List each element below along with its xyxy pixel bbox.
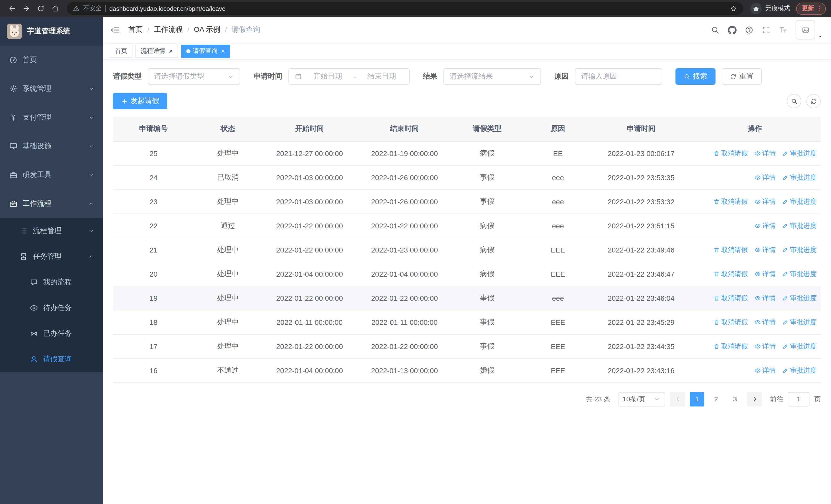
active-tab-dot <box>186 49 190 53</box>
sidebar-item-7[interactable]: 流程管理 <box>0 218 103 244</box>
progress-link[interactable]: 审批进度 <box>782 173 816 182</box>
detail-link[interactable]: 详情 <box>754 173 776 182</box>
progress-link-label: 审批进度 <box>790 293 816 302</box>
eye-icon <box>754 174 761 180</box>
progress-link[interactable]: 审批进度 <box>782 197 816 206</box>
cell-applied: 2022-01-22 23:53:35 <box>593 165 689 189</box>
detail-link[interactable]: 详情 <box>754 197 776 206</box>
cancel-link[interactable]: 取消请假 <box>713 269 748 278</box>
detail-link[interactable]: 详情 <box>754 293 776 302</box>
progress-link[interactable]: 审批进度 <box>782 366 816 375</box>
cancel-link[interactable]: 取消请假 <box>713 245 748 254</box>
tab-active[interactable]: 请假查询× <box>181 45 230 58</box>
cancel-link[interactable]: 取消请假 <box>713 149 748 158</box>
reason-input[interactable]: 请输入原因 <box>575 68 662 85</box>
fullscreen-icon[interactable] <box>762 25 770 34</box>
filter-form: 请假类型 请选择请假类型 申请时间 开始日期 - 结束日期 <box>113 68 821 85</box>
progress-link[interactable]: 审批进度 <box>782 221 816 230</box>
progress-link[interactable]: 审批进度 <box>782 245 816 254</box>
browser-back-button[interactable] <box>5 2 19 15</box>
sidebar-item-12[interactable]: 请假查询 <box>0 347 103 372</box>
page-1-button[interactable]: 1 <box>690 392 704 406</box>
sidebar-item-5[interactable]: 研发工具 <box>0 161 103 189</box>
bookmark-star-icon[interactable] <box>730 5 737 12</box>
progress-link[interactable]: 审批进度 <box>782 318 816 327</box>
detail-link-label: 详情 <box>762 318 776 327</box>
progress-link-label: 审批进度 <box>790 173 816 182</box>
help-icon[interactable] <box>745 25 753 34</box>
header-search-icon[interactable] <box>711 25 720 34</box>
breadcrumb-item[interactable]: 工作流程 <box>154 25 183 34</box>
start-date-input[interactable]: 开始日期 <box>306 72 349 81</box>
hamburger-icon[interactable] <box>110 25 120 35</box>
browser-update-button[interactable]: 更新 <box>796 2 826 14</box>
detail-link[interactable]: 详情 <box>754 269 776 278</box>
breadcrumb-item[interactable]: OA 示例 <box>194 25 221 34</box>
chevron-down-icon <box>528 73 535 80</box>
detail-link[interactable]: 详情 <box>754 366 776 375</box>
detail-link[interactable]: 详情 <box>754 221 776 230</box>
sidebar-item-10[interactable]: 待办任务 <box>0 295 103 321</box>
top-navbar: 首页/工作流程/OA 示例/请假查询 <box>103 17 831 42</box>
search-button[interactable]: 搜索 <box>676 68 716 85</box>
page-size-select[interactable]: 10条/页 <box>618 392 665 406</box>
prev-page-button[interactable] <box>670 392 685 406</box>
result-select[interactable]: 请选择流结果 <box>443 68 541 85</box>
progress-link[interactable]: 审批进度 <box>782 293 816 302</box>
font-size-icon[interactable] <box>779 25 787 34</box>
column-header: 请假类型 <box>452 117 522 141</box>
progress-link[interactable]: 审批进度 <box>782 342 816 351</box>
apply-time-range-picker[interactable]: 开始日期 - 结束日期 <box>288 68 409 85</box>
next-page-button[interactable] <box>747 392 762 406</box>
result-label: 结果 <box>423 72 437 81</box>
detail-link[interactable]: 详情 <box>754 149 776 158</box>
cell-type: 病假 <box>452 141 522 165</box>
goto-page-input[interactable] <box>788 392 809 406</box>
sidebar-item-6[interactable]: 工作流程 <box>0 189 103 218</box>
cancel-link[interactable]: 取消请假 <box>713 293 748 302</box>
page-2-button[interactable]: 2 <box>709 392 723 406</box>
leave-type-select[interactable]: 请选择请假类型 <box>148 68 240 85</box>
progress-link[interactable]: 审批进度 <box>782 269 816 278</box>
progress-link[interactable]: 审批进度 <box>782 149 816 158</box>
page-3-button[interactable]: 3 <box>728 392 742 406</box>
detail-link[interactable]: 详情 <box>754 342 776 351</box>
browser-forward-button[interactable] <box>20 2 33 15</box>
table-refresh-button[interactable] <box>806 94 821 108</box>
cancel-link[interactable]: 取消请假 <box>713 197 748 206</box>
user-avatar[interactable] <box>796 20 815 39</box>
cell-reason: EEE <box>522 310 593 334</box>
sidebar-item-3[interactable]: 支付管理 <box>0 103 103 132</box>
detail-link[interactable]: 详情 <box>754 318 776 327</box>
browser-menu-icon[interactable] <box>815 5 823 12</box>
sidebar-item-1[interactable]: 首页 <box>0 46 103 75</box>
end-date-input[interactable]: 结束日期 <box>360 72 403 81</box>
tab-close-icon[interactable]: × <box>221 48 225 54</box>
github-icon[interactable] <box>728 25 737 34</box>
sidebar-item-4[interactable]: 基础设施 <box>0 132 103 161</box>
cell-status: 处理中 <box>194 141 262 165</box>
user-avatar-menu[interactable] <box>796 20 823 39</box>
tab-close-icon[interactable]: × <box>169 48 173 54</box>
cell-id: 20 <box>113 262 194 286</box>
tab-item[interactable]: 流程详情× <box>136 45 178 58</box>
cancel-link[interactable]: 取消请假 <box>713 318 748 327</box>
tab-item[interactable]: 首页 <box>110 45 133 58</box>
cancel-link[interactable]: 取消请假 <box>713 342 748 351</box>
browser-reload-button[interactable] <box>34 2 47 15</box>
cell-applied: 2022-01-23 00:06:17 <box>593 141 689 165</box>
address-bar[interactable]: 不安全 dashboard.yudao.iocoder.cn/bpm/oa/le… <box>67 2 743 15</box>
sidebar-item-2[interactable]: 系统管理 <box>0 75 103 103</box>
toolbar-right <box>787 94 821 108</box>
cell-start: 2022-01-22 00:00:00 <box>262 334 357 358</box>
sidebar-item-11[interactable]: 已办任务 <box>0 321 103 347</box>
create-leave-button[interactable]: 发起请假 <box>113 93 167 109</box>
detail-link[interactable]: 详情 <box>754 245 776 254</box>
sidebar-item-8[interactable]: 任务管理 <box>0 244 103 269</box>
sidebar-item-9[interactable]: 我的流程 <box>0 269 103 295</box>
edit-icon <box>782 319 789 325</box>
reset-button[interactable]: 重置 <box>722 68 762 85</box>
browser-home-button[interactable] <box>48 2 62 15</box>
toggle-search-button[interactable] <box>787 94 801 108</box>
breadcrumb-item[interactable]: 首页 <box>128 25 143 34</box>
